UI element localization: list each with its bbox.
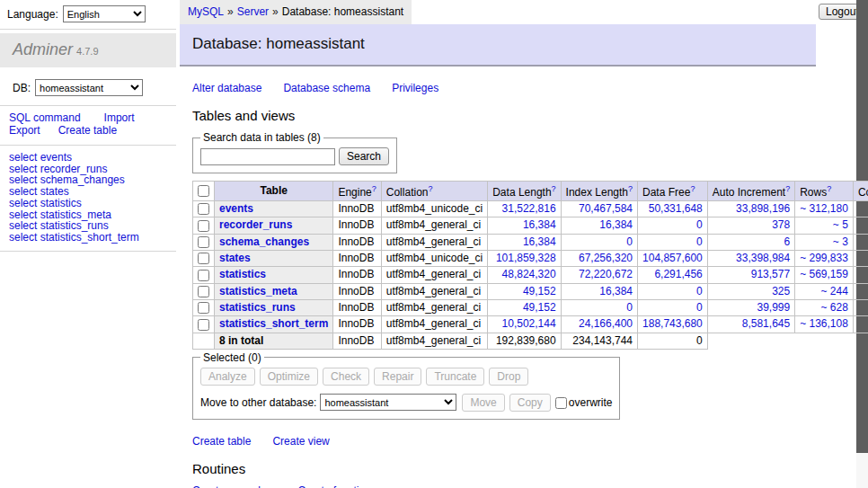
- data-length-link[interactable]: 48,824,320: [502, 268, 556, 280]
- sidebar-select-link[interactable]: select states: [9, 186, 167, 198]
- analyze-button[interactable]: Analyze: [200, 368, 255, 386]
- rows-link[interactable]: ~ 244: [821, 285, 848, 297]
- app-name[interactable]: Adminer: [13, 40, 73, 58]
- data-length-link[interactable]: 10,502,144: [502, 317, 556, 330]
- auto-increment-link[interactable]: 325: [772, 285, 790, 297]
- rows-link[interactable]: ~ 569,159: [800, 268, 848, 280]
- search-button[interactable]: Search: [339, 147, 389, 165]
- create-view-link[interactable]: Create view: [272, 435, 329, 448]
- auto-increment-link[interactable]: 39,999: [757, 301, 790, 314]
- table-name-link[interactable]: schema_changes: [219, 235, 309, 248]
- app-version[interactable]: 4.7.9: [76, 46, 98, 57]
- help-link[interactable]: ?: [372, 184, 376, 193]
- rows-link[interactable]: ~ 136,108: [800, 317, 848, 330]
- row-checkbox[interactable]: [198, 236, 209, 248]
- index-length-link[interactable]: 24,166,400: [579, 317, 633, 330]
- select-all-checkbox[interactable]: [198, 185, 209, 197]
- table-name-link[interactable]: statistics_short_term: [219, 317, 328, 330]
- auto-increment-link[interactable]: 33,398,984: [736, 252, 790, 264]
- row-checkbox[interactable]: [198, 302, 209, 314]
- help-link[interactable]: ?: [428, 184, 432, 193]
- row-checkbox[interactable]: [198, 286, 209, 297]
- index-length-link[interactable]: 0: [626, 301, 633, 314]
- auto-increment-link[interactable]: 378: [772, 218, 790, 231]
- db-select[interactable]: homeassistant: [35, 79, 143, 96]
- table-name-link[interactable]: events: [219, 202, 253, 215]
- index-length-link[interactable]: 0: [626, 235, 633, 248]
- help-link[interactable]: ?: [785, 184, 790, 193]
- optimize-button[interactable]: Optimize: [260, 368, 318, 386]
- help-link[interactable]: ?: [552, 184, 556, 193]
- table-name-link[interactable]: states: [219, 252, 251, 264]
- create-procedure-link[interactable]: Create procedure: [192, 484, 276, 488]
- breadcrumb-link[interactable]: MySQL: [188, 5, 224, 18]
- alter-database-link[interactable]: Alter database: [192, 82, 261, 94]
- data-free-link[interactable]: 104,857,600: [642, 252, 703, 264]
- data-length-link[interactable]: 16,384: [523, 218, 556, 231]
- row-checkbox[interactable]: [198, 203, 209, 215]
- truncate-button[interactable]: Truncate: [426, 368, 484, 386]
- move-label: Move to other database:: [200, 396, 316, 409]
- sidebar-select-link[interactable]: select statistics_short_term: [9, 232, 167, 244]
- data-length-link[interactable]: 101,859,328: [496, 252, 556, 264]
- data-free-link[interactable]: 0: [696, 285, 703, 297]
- index-length-link[interactable]: 16,384: [599, 285, 633, 297]
- database-schema-link[interactable]: Database schema: [283, 82, 370, 94]
- data-free-link[interactable]: 6,291,456: [654, 268, 702, 280]
- auto-increment-cell: 6: [707, 234, 794, 250]
- sidebar-select-link[interactable]: select statistics: [9, 198, 167, 209]
- data-length-link[interactable]: 31,522,816: [502, 202, 556, 215]
- index-length-link[interactable]: 67,256,320: [579, 252, 633, 264]
- sidebar-link-import[interactable]: Import: [104, 111, 135, 124]
- search-input[interactable]: [200, 148, 335, 165]
- move-button[interactable]: Move: [462, 394, 504, 412]
- breadcrumb-link[interactable]: Server: [237, 5, 269, 18]
- copy-button[interactable]: Copy: [509, 394, 551, 412]
- data-length-link[interactable]: 16,384: [523, 235, 556, 248]
- sidebar-table-links: select eventsselect recorder_runsselect …: [0, 145, 176, 252]
- help-link[interactable]: ?: [690, 184, 695, 193]
- data-free-link[interactable]: 0: [696, 235, 703, 248]
- move-db-select[interactable]: homeassistant: [320, 394, 456, 411]
- repair-button[interactable]: Repair: [374, 368, 421, 386]
- sidebar-link-export[interactable]: Export: [9, 124, 40, 137]
- table-name-link[interactable]: statistics_runs: [219, 301, 296, 314]
- row-checkbox[interactable]: [198, 319, 209, 331]
- table-name-link[interactable]: recorder_runs: [219, 218, 292, 231]
- data-length-link[interactable]: 49,152: [523, 301, 556, 314]
- data-free-link[interactable]: 0: [696, 218, 703, 231]
- index-length-link[interactable]: 70,467,584: [579, 202, 633, 215]
- row-checkbox[interactable]: [198, 220, 209, 232]
- language-select[interactable]: English: [63, 5, 146, 22]
- rows-link[interactable]: ~ 3: [833, 235, 848, 248]
- overwrite-checkbox[interactable]: [555, 397, 567, 409]
- auto-increment-link[interactable]: 913,577: [751, 268, 790, 280]
- sidebar-link-create-table[interactable]: Create table: [58, 124, 117, 137]
- table-name-link[interactable]: statistics: [219, 268, 266, 280]
- data-free-link[interactable]: 50,331,648: [649, 202, 703, 215]
- row-checkbox[interactable]: [198, 270, 209, 281]
- table-name-link[interactable]: statistics_meta: [219, 285, 297, 297]
- data-free-link[interactable]: 0: [696, 301, 703, 314]
- sidebar-select-link[interactable]: select events: [9, 152, 167, 164]
- auto-increment-link[interactable]: 8,581,645: [742, 317, 790, 330]
- index-length-link[interactable]: 72,220,672: [579, 268, 633, 280]
- rows-link[interactable]: ~ 299,833: [800, 252, 848, 264]
- rows-link[interactable]: ~ 312,180: [800, 202, 848, 215]
- data-length-link[interactable]: 49,152: [523, 285, 556, 297]
- auto-increment-link[interactable]: 33,898,196: [736, 202, 790, 215]
- rows-link[interactable]: ~ 5: [833, 218, 848, 231]
- index-length-link[interactable]: 16,384: [599, 218, 633, 231]
- create-function-link[interactable]: Create function: [297, 484, 370, 488]
- drop-button[interactable]: Drop: [489, 368, 528, 386]
- data-free-link[interactable]: 188,743,680: [642, 317, 703, 330]
- help-link[interactable]: ?: [827, 184, 831, 193]
- check-button[interactable]: Check: [323, 368, 369, 386]
- rows-link[interactable]: ~ 628: [821, 301, 848, 314]
- row-checkbox[interactable]: [198, 253, 209, 264]
- create-table-link[interactable]: Create table: [192, 435, 251, 448]
- auto-increment-link[interactable]: 6: [784, 235, 790, 248]
- help-link[interactable]: ?: [628, 184, 633, 193]
- sidebar-link-sql-command[interactable]: SQL command: [9, 111, 81, 124]
- privileges-link[interactable]: Privileges: [392, 82, 438, 94]
